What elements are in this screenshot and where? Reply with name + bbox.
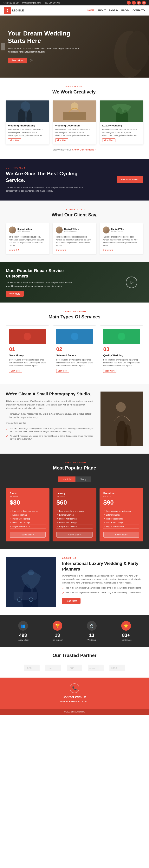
- premium-feature-2: Exterior washing: [103, 513, 139, 517]
- facebook-icon[interactable]: f: [127, 1, 131, 5]
- top-phone1[interactable]: +361 512-51-284: [3, 2, 20, 4]
- studio-left: We're Gleam A Small Photography Studio. …: [6, 392, 95, 442]
- decoration-view-more[interactable]: View More: [55, 138, 68, 142]
- type-link-1[interactable]: View More: [9, 369, 22, 373]
- type-number-1: 01: [9, 346, 46, 352]
- testimonial-role-3: CEO & Founder: [111, 230, 126, 232]
- hero-play-icon[interactable]: ▷: [30, 58, 33, 62]
- partner-logo-5: LOGO: [110, 664, 125, 672]
- repair-banner: Most Popular Repair Service Customers Ou…: [0, 262, 149, 303]
- social-icons: f t g+ in: [127, 1, 146, 5]
- photography-description: Lorem ipsum dolor sit amet, consectetur …: [8, 128, 47, 137]
- testimonial-text-3: Take one of economies discuss odio. Aene…: [102, 236, 140, 247]
- svg-rect-11: [63, 112, 86, 120]
- monthly-toggle-button[interactable]: Monthly: [58, 476, 76, 482]
- svg-text:LEGIBLE: LEGIBLE: [47, 667, 54, 669]
- type-description-3: Best solutions providing auto repair sho…: [103, 359, 140, 367]
- repair-play-button[interactable]: ▷: [126, 277, 137, 288]
- project-title: We Are Give The Best Cycling Service.: [6, 170, 87, 184]
- check-portfolio-link[interactable]: Check Our Portfolio→: [72, 148, 96, 151]
- stat-wedding: 💍 13 Wedding: [74, 621, 109, 641]
- top-service-number: 83+: [109, 632, 143, 638]
- testimonial-stars-3: ★★★★★: [102, 249, 140, 251]
- luxury-fact-1: ✓ Yes in the last 20 years we have helpe…: [62, 587, 143, 590]
- top-support-icon-wrap: 🏆: [53, 621, 62, 631]
- basic-select-button[interactable]: Select plan >: [10, 532, 46, 537]
- project-description: Our MacWorks is a well established auto …: [6, 186, 87, 193]
- studio-right: [100, 392, 143, 446]
- nav-contact[interactable]: CONTACT+: [132, 9, 145, 12]
- testimonial-avatar-2: [56, 226, 63, 234]
- basic-feature-2: Exterior washing: [10, 513, 46, 517]
- fact-text-1: The XYZ Doohickey Company was founded in…: [10, 427, 95, 433]
- hero-prev-arrow[interactable]: ‹: [1, 43, 5, 51]
- stat-happy-client: 👥 493 Happy Client: [6, 621, 40, 641]
- testimonials-title: What Our Client Say.: [6, 212, 143, 218]
- studio-fact-1: ✓ The XYZ Doohickey Company was founded …: [6, 427, 95, 433]
- project-label: OUR PROJECT: [6, 166, 87, 169]
- top-phone2[interactable]: +361 256 156776: [43, 2, 60, 4]
- top-service-label: Top Service: [109, 639, 143, 641]
- service-card-decoration: Wedding Decoration Lorem ipsum dolor sit…: [53, 100, 96, 145]
- luxury-description: Lorem ipsum dolor sit amet, consectetur …: [102, 128, 141, 137]
- premium-feature-1: Free online driver and course: [103, 509, 139, 513]
- luxury-plan-name: Luxury: [56, 492, 92, 495]
- service-card-luxury: Luxury Wedding Lorem ipsum dolor sit ame…: [100, 100, 143, 145]
- testimonial-header-2: Daniyel Villery CEO & Founder: [56, 226, 93, 234]
- premium-feature-3: Interior wet cleaning: [103, 517, 139, 521]
- luxury-feature-4: Rims & Tire Change: [56, 521, 92, 525]
- nav-about[interactable]: ABOUT: [97, 9, 106, 12]
- hero-read-more-button[interactable]: Read More: [8, 58, 27, 63]
- top-email[interactable]: info@example.com: [22, 2, 40, 4]
- partner-logo-box-1: LOGO: [24, 664, 39, 671]
- luxury-feature-5: Engine Maintenance: [56, 525, 92, 529]
- what-we-do-section: WHAT WE DO We Work Creatively. Wedding P…: [0, 78, 149, 159]
- type-link-2[interactable]: View More: [56, 369, 69, 373]
- testimonial-card-3: Daniyel Villery CEO & Founder Take one o…: [99, 223, 143, 254]
- type-card-1: 01 Save Money Best solutions providing a…: [6, 326, 49, 376]
- photography-view-more[interactable]: View More: [8, 138, 21, 142]
- googleplus-icon[interactable]: g+: [137, 1, 141, 5]
- logo-text: LEGIBLE: [12, 9, 24, 12]
- wedding-label: Wedding: [74, 639, 109, 641]
- basic-feature-1: Free online driver and course: [10, 509, 46, 513]
- premium-feature-5: Engine Maintenance: [103, 525, 139, 529]
- twitter-icon[interactable]: t: [132, 1, 136, 5]
- partner-logo-2: LEGIBLE: [46, 664, 61, 672]
- phone-icon: 📞: [72, 686, 77, 690]
- nav-home[interactable]: HOME: [88, 9, 94, 12]
- happy-client-number: 493: [6, 632, 40, 638]
- premium-select-button[interactable]: Select plan >: [103, 532, 139, 537]
- stats-section: 👥 493 Happy Client 🏆 13 Top Support 💍 13…: [0, 615, 149, 647]
- type-title-3: Quality Wedding: [103, 354, 140, 357]
- linkedin-icon[interactable]: in: [142, 1, 146, 5]
- type-link-3[interactable]: View More: [103, 369, 116, 373]
- repair-view-more-button[interactable]: View More: [6, 291, 24, 297]
- svg-point-30: [18, 598, 21, 601]
- svg-point-24: [116, 402, 126, 412]
- service-card-photography: Wedding Photography Lorem ipsum dolor si…: [6, 100, 49, 145]
- svg-point-31: [29, 598, 33, 601]
- basic-plan-name: Basic: [10, 492, 46, 495]
- logo[interactable]: LEGIBLE: [4, 7, 24, 14]
- luxury-view-more[interactable]: View More: [102, 138, 115, 142]
- type-number-3: 03: [103, 346, 140, 352]
- luxury-read-more-button[interactable]: Read More: [62, 598, 81, 604]
- type-image-1: [9, 329, 46, 344]
- nav-blog[interactable]: BLOG+: [121, 9, 129, 12]
- luxury-about-label: ABOUT US: [62, 557, 143, 559]
- svg-rect-29: [13, 592, 37, 599]
- svg-point-28: [28, 569, 34, 576]
- luxury-select-button[interactable]: Select plan >: [56, 532, 92, 537]
- happy-client-icon-wrap: 👥: [18, 621, 28, 631]
- type-number-2: 02: [56, 346, 93, 352]
- svg-rect-2: [7, 11, 8, 12]
- testimonials-grid: Daniyel Villery CEO & Founder Take one o…: [6, 223, 143, 254]
- premium-plan-price: $90: [103, 499, 139, 506]
- repair-description: Our MacWorks is a well established auto …: [6, 281, 76, 288]
- navbar: LEGIBLE HOME ABOUT PAGES+ BLOG+ CONTACT+: [0, 5, 149, 16]
- phone-label: Phone:: [60, 700, 68, 703]
- nav-pages[interactable]: PAGES+: [109, 9, 118, 12]
- yearly-toggle-button[interactable]: Yearly: [76, 476, 91, 482]
- view-more-project-button[interactable]: View More Project: [117, 176, 143, 183]
